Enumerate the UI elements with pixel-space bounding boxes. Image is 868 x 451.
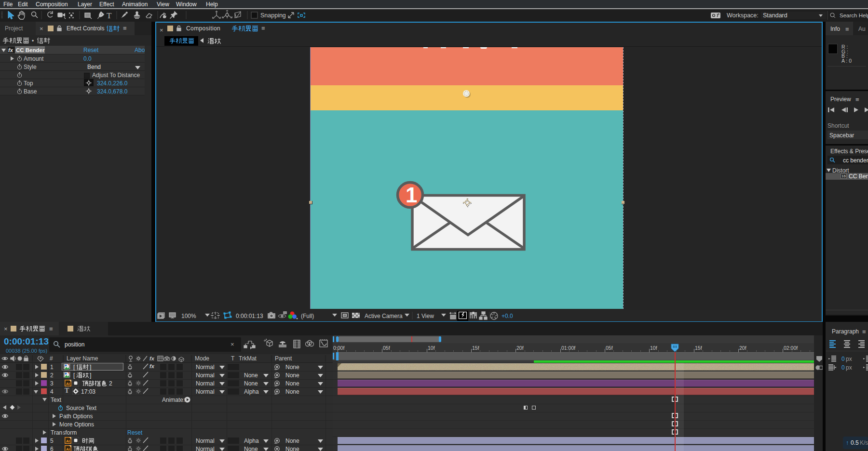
svg-text:Layer Name: Layer Name bbox=[67, 355, 98, 362]
svg-text:Snapping: Snapping bbox=[260, 12, 286, 19]
svg-text:T: T bbox=[231, 355, 235, 362]
svg-text:Mode: Mode bbox=[195, 355, 209, 362]
svg-text:TrkMat: TrkMat bbox=[239, 355, 257, 362]
svg-text:Workspace:: Workspace: bbox=[727, 12, 759, 19]
svg-text:fx: fx bbox=[149, 356, 155, 361]
svg-text:1: 1 bbox=[406, 183, 417, 207]
svg-text:Search Help: Search Help bbox=[840, 13, 868, 18]
svg-text:Ai: Ai bbox=[66, 439, 70, 443]
svg-text:Ai: Ai bbox=[66, 382, 70, 386]
svg-text:Ai: Ai bbox=[66, 447, 70, 451]
svg-text:#: # bbox=[50, 355, 53, 362]
svg-text:Standard: Standard bbox=[763, 12, 787, 19]
svg-text:T: T bbox=[107, 11, 112, 20]
svg-text:Parent: Parent bbox=[275, 355, 292, 362]
